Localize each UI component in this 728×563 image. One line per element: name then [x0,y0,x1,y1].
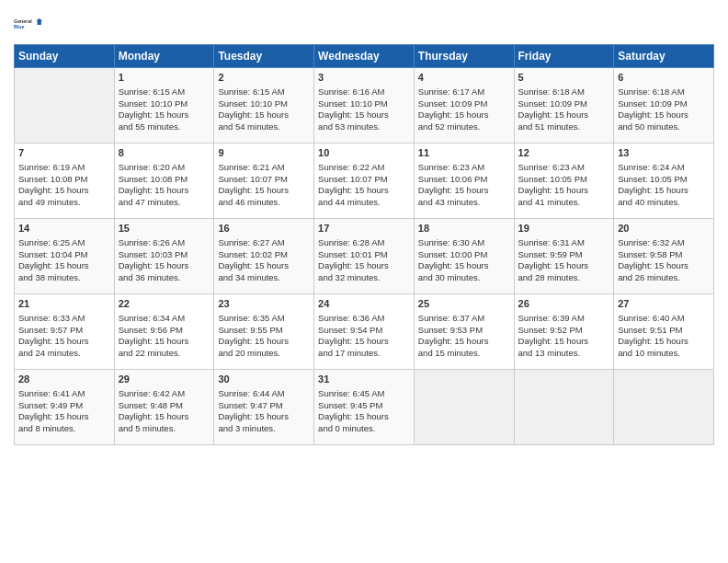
day-info: Daylight: 15 hours [618,109,710,121]
day-info: and 3 minutes. [218,423,310,435]
day-cell: 24Sunrise: 6:36 AMSunset: 9:54 PMDayligh… [314,294,415,370]
day-cell: 14Sunrise: 6:25 AMSunset: 10:04 PMDaylig… [15,219,115,294]
day-info: Sunrise: 6:25 AM [18,237,110,249]
day-info: Sunrise: 6:39 AM [518,313,610,325]
day-number: 1 [119,71,210,85]
day-info: and 50 minutes. [618,121,710,133]
day-info: Sunrise: 6:30 AM [418,237,510,249]
day-info: Daylight: 15 hours [218,109,310,121]
day-info: and 30 minutes. [418,272,510,284]
day-info: Sunset: 10:06 PM [418,174,510,186]
day-cell [15,68,115,144]
day-info: Daylight: 15 hours [18,185,110,197]
day-info: Daylight: 15 hours [618,336,710,348]
day-info: Sunset: 9:47 PM [218,400,310,412]
day-info: and 24 minutes. [18,348,110,360]
svg-marker-2 [36,18,42,25]
day-info: Daylight: 15 hours [618,185,710,197]
day-number: 3 [318,71,410,85]
day-info: Sunset: 10:07 PM [218,174,310,186]
day-info: Sunset: 10:07 PM [318,174,410,186]
day-info: Sunrise: 6:41 AM [18,388,110,400]
day-info: and 36 minutes. [119,272,210,284]
day-info: and 13 minutes. [518,348,610,360]
day-cell: 4Sunrise: 6:17 AMSunset: 10:09 PMDayligh… [414,68,514,144]
day-cell [614,370,714,445]
day-cell: 1Sunrise: 6:15 AMSunset: 10:10 PMDayligh… [114,68,214,144]
day-info: Sunset: 10:05 PM [518,174,610,186]
day-info: Daylight: 15 hours [618,260,710,272]
day-info: Sunrise: 6:42 AM [119,388,210,400]
day-info: and 53 minutes. [318,121,410,133]
day-info: Sunrise: 6:20 AM [119,162,210,174]
day-info: Sunrise: 6:28 AM [318,237,410,249]
day-info: Sunrise: 6:32 AM [618,237,710,249]
day-info: Daylight: 15 hours [318,411,410,423]
day-cell: 5Sunrise: 6:18 AMSunset: 10:09 PMDayligh… [514,68,614,144]
day-info: and 34 minutes. [218,272,310,284]
day-number: 6 [618,71,710,85]
day-info: Sunrise: 6:22 AM [318,162,410,174]
day-number: 13 [618,146,710,160]
day-info: Daylight: 15 hours [418,260,510,272]
day-number: 18 [418,222,510,236]
day-info: Daylight: 15 hours [518,185,610,197]
day-info: Daylight: 15 hours [418,185,510,197]
day-number: 17 [318,222,410,236]
day-number: 12 [518,146,610,160]
col-header-tuesday: Tuesday [214,45,314,68]
header-row: SundayMondayTuesdayWednesdayThursdayFrid… [15,45,714,68]
day-cell: 27Sunrise: 6:40 AMSunset: 9:51 PMDayligh… [614,294,714,370]
day-info: and 55 minutes. [119,121,210,133]
day-info: Daylight: 15 hours [119,411,210,423]
day-info: Sunset: 9:49 PM [18,400,110,412]
day-cell: 8Sunrise: 6:20 AMSunset: 10:08 PMDayligh… [114,144,214,219]
day-info: Sunrise: 6:33 AM [18,313,110,325]
day-cell: 22Sunrise: 6:34 AMSunset: 9:56 PMDayligh… [114,294,214,370]
day-info: Sunrise: 6:19 AM [18,162,110,174]
col-header-monday: Monday [114,45,214,68]
day-info: Sunrise: 6:27 AM [218,237,310,249]
day-info: Sunset: 10:03 PM [119,249,210,261]
day-cell [414,370,514,445]
day-cell: 23Sunrise: 6:35 AMSunset: 9:55 PMDayligh… [214,294,314,370]
day-info: and 32 minutes. [318,272,410,284]
day-info: Sunset: 9:51 PM [618,325,710,337]
day-info: Sunset: 9:59 PM [518,249,610,261]
day-info: Sunset: 10:00 PM [418,249,510,261]
day-cell: 13Sunrise: 6:24 AMSunset: 10:05 PMDaylig… [614,144,714,219]
day-info: Sunset: 9:54 PM [318,325,410,337]
day-number: 20 [618,222,710,236]
col-header-thursday: Thursday [414,45,514,68]
day-info: and 41 minutes. [518,197,610,209]
day-number: 30 [218,373,310,386]
day-info: Daylight: 15 hours [318,185,410,197]
day-cell: 2Sunrise: 6:15 AMSunset: 10:10 PMDayligh… [214,68,314,144]
col-header-saturday: Saturday [614,45,714,68]
col-header-sunday: Sunday [15,45,115,68]
day-info: Daylight: 15 hours [518,260,610,272]
day-info: and 38 minutes. [18,272,110,284]
day-number: 15 [119,222,210,236]
page: General Blue SundayMondayTuesdayWednesda… [0,0,728,454]
day-number: 9 [218,146,310,160]
day-info: Sunrise: 6:15 AM [119,86,210,98]
day-info: and 46 minutes. [218,197,310,209]
week-row-4: 21Sunrise: 6:33 AMSunset: 9:57 PMDayligh… [15,294,714,370]
day-info: Sunset: 9:48 PM [119,400,210,412]
day-info: Daylight: 15 hours [218,260,310,272]
day-info: and 43 minutes. [418,197,510,209]
day-info: and 54 minutes. [218,121,310,133]
day-info: and 40 minutes. [618,197,710,209]
day-info: Sunset: 9:58 PM [618,249,710,261]
day-info: Sunrise: 6:26 AM [119,237,210,249]
day-cell: 10Sunrise: 6:22 AMSunset: 10:07 PMDaylig… [314,144,415,219]
day-info: and 51 minutes. [518,121,610,133]
day-cell: 16Sunrise: 6:27 AMSunset: 10:02 PMDaylig… [214,219,314,294]
day-number: 24 [318,297,410,311]
day-info: Daylight: 15 hours [318,336,410,348]
day-info: Sunrise: 6:31 AM [518,237,610,249]
day-number: 11 [418,146,510,160]
day-info: Sunrise: 6:35 AM [218,313,310,325]
day-cell: 21Sunrise: 6:33 AMSunset: 9:57 PMDayligh… [15,294,115,370]
